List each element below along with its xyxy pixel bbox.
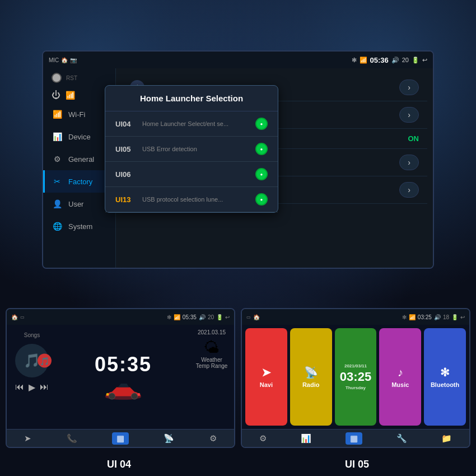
ui05-battery-num: 18 xyxy=(443,314,449,320)
clock-tile-day: Thursday xyxy=(346,385,366,390)
status-right: ✻ 📶 05:36 🔊 20 🔋 ↩ xyxy=(352,56,428,64)
ui05-bar-center: ✻ 📶 03:25 🔊 18 🔋 ↩ xyxy=(402,314,465,320)
ui04-battery-icon: 🔋 xyxy=(216,314,223,320)
clock-tile-date: 2021/03/11 xyxy=(344,363,367,368)
ui05-home-icon: 🏠 xyxy=(253,314,260,320)
ui04-center-section: 05:35 xyxy=(57,325,189,429)
bottom-panels: 🏠 ▭ ✻ 📶 05:35 🔊 20 🔋 ↩ Songs 🎵 🎵 xyxy=(0,308,476,448)
popup-row-ui13[interactable]: UI13 USB protocol selection lune... xyxy=(105,187,278,212)
bluetooth-tile[interactable]: ✻ Bluetooth xyxy=(424,328,466,426)
system-sidebar-icon: 🌐 xyxy=(52,222,63,231)
wifi-label: Wi-Fi xyxy=(68,110,85,119)
ui04-panel-label: UI 04 xyxy=(0,459,238,470)
ui04-weather-label: Weather xyxy=(201,357,222,363)
ui05-folder-icon[interactable]: 📁 xyxy=(441,433,452,444)
camera-icon: 📷 xyxy=(70,57,77,63)
play-icon[interactable]: ▶ xyxy=(29,382,35,393)
ui05-option-label: UI05 xyxy=(115,145,138,153)
popup-row-ui04[interactable]: UI04 Home Launcher Select/ent se... xyxy=(105,111,278,137)
panel-labels: UI 04 UI 05 xyxy=(0,459,476,470)
nav-apps-icon[interactable]: ▦ xyxy=(112,432,129,445)
ui04-home-icon: 🏠 xyxy=(11,314,18,320)
ui05-vol-icon: 🔊 xyxy=(434,314,441,320)
ui04-date: 2021.03.15 xyxy=(198,329,226,335)
status-left: MIC 🏠 📷 xyxy=(49,57,77,63)
svg-point-4 xyxy=(138,393,141,395)
device-label: Device xyxy=(68,133,91,141)
mic-label: MIC xyxy=(49,57,59,63)
ui04-bar-center: ✻ 📶 05:35 🔊 20 🔋 ↩ xyxy=(167,314,230,320)
nav-signal-icon[interactable]: 📡 xyxy=(164,433,174,444)
ui05-chart-icon[interactable]: 📊 xyxy=(301,433,311,444)
ui04-wifi-bar-icon: 📶 xyxy=(174,314,180,320)
ui04-body: Songs 🎵 🎵 ⏮ ▶ ⏭ 05:35 xyxy=(7,325,234,429)
power-icon: ⏻ xyxy=(52,90,60,100)
navi-tile-label: Navi xyxy=(260,381,273,388)
ui04-back-icon[interactable]: ↩ xyxy=(225,314,230,320)
launcher-arrow[interactable]: › xyxy=(399,107,419,123)
ui05-status-bar: ▭ 🏠 ✻ 📶 03:25 🔊 18 🔋 ↩ xyxy=(242,309,469,325)
ui06-toggle[interactable] xyxy=(255,168,268,180)
radio-tile-label: Radio xyxy=(302,381,320,388)
songs-label: Songs xyxy=(24,332,40,338)
navi-tile[interactable]: ➤ Navi xyxy=(245,328,287,426)
music-album-art: 🎵 🎵 xyxy=(15,344,49,377)
factory-label: Factory xyxy=(68,178,92,186)
radio-tile-icon: 📡 xyxy=(304,366,318,379)
user-label: User xyxy=(68,200,83,208)
usb-error-toggle[interactable]: ON xyxy=(408,134,419,143)
battery-icon: 🔋 xyxy=(412,57,419,64)
ui05-toggle[interactable] xyxy=(255,143,268,155)
ui05-settings2-icon[interactable]: ⚙ xyxy=(259,433,267,444)
ui04-panel: 🏠 ▭ ✻ 📶 05:35 🔊 20 🔋 ↩ Songs 🎵 🎵 xyxy=(6,308,235,448)
ui04-time: 05:35 xyxy=(183,314,197,320)
rst-area: RST xyxy=(43,68,115,87)
ui04-option-desc: Home Launcher Select/ent se... xyxy=(142,120,255,127)
navi-tile-icon: ➤ xyxy=(262,366,271,379)
ui04-music-section: Songs 🎵 🎵 ⏮ ▶ ⏭ xyxy=(7,325,57,429)
ui06-option-label: UI06 xyxy=(115,170,138,179)
nav-phone-icon[interactable]: 📞 xyxy=(67,433,77,444)
user-sidebar-icon: 👤 xyxy=(52,199,63,208)
ui13-toggle[interactable] xyxy=(255,193,268,206)
mcu-arrow[interactable]: › xyxy=(399,80,419,95)
ui05-panel: ▭ 🏠 ✻ 📶 03:25 🔊 18 🔋 ↩ ➤ Navi xyxy=(241,308,470,448)
car-silhouette xyxy=(101,379,146,402)
general-label: General xyxy=(68,155,94,164)
status-bar: MIC 🏠 📷 ✻ 📶 05:36 🔊 20 🔋 ↩ xyxy=(43,52,433,68)
nav-settings-icon[interactable]: ⚙ xyxy=(209,433,217,444)
prev-icon[interactable]: ⏮ xyxy=(15,382,24,393)
next-icon[interactable]: ⏭ xyxy=(40,382,49,393)
ui04-toggle[interactable] xyxy=(255,118,268,130)
music-tile[interactable]: ♪ Music xyxy=(379,328,421,426)
clock-tile[interactable]: 2021/03/11 03:25 Thursday xyxy=(335,328,377,426)
ui05-tiles-row: ➤ Navi 📡 Radio 2021/03/11 03:25 Thursday… xyxy=(242,325,469,429)
export-arrow[interactable]: › xyxy=(399,182,419,198)
battery-level: 20 xyxy=(402,57,409,63)
ui04-temp-label: Temp Range xyxy=(196,363,228,369)
popup-row-ui06[interactable]: UI06 xyxy=(105,162,278,187)
sidebar-item-system[interactable]: 🌐 System xyxy=(43,215,115,237)
ui04-nav-bar: ➤ 📞 ▦ 📡 ⚙ xyxy=(7,429,234,447)
ui04-screen-icon: ▭ xyxy=(20,315,25,320)
ui05-apps-icon[interactable]: ▦ xyxy=(346,432,362,445)
popup-row-ui05[interactable]: UI05 USB Error detection xyxy=(105,137,278,162)
ui05-screen-icon: ▭ xyxy=(246,315,251,320)
clock-tile-time: 03:25 xyxy=(340,371,371,383)
ui05-bar-left: ▭ 🏠 xyxy=(246,314,260,320)
radio-tile[interactable]: 📡 Radio xyxy=(290,328,332,426)
ui13-option-desc: USB protocol selection lune... xyxy=(142,196,255,203)
rst-label: RST xyxy=(66,75,77,81)
ui05-panel-label: UI 05 xyxy=(238,459,476,470)
bluetooth-tile-icon: ✻ xyxy=(440,366,450,379)
device-sidebar-icon: 📊 xyxy=(52,132,63,141)
music-controls: ⏮ ▶ ⏭ xyxy=(15,382,49,393)
ui04-weather-section: 2021.03.15 🌤 Weather Temp Range xyxy=(189,325,234,429)
popup-dialog: Home Launcher Selection UI04 Home Launch… xyxy=(105,85,278,213)
ui05-gear-icon[interactable]: 🔧 xyxy=(396,433,407,444)
usb-protocol-arrow[interactable]: › xyxy=(399,155,419,170)
nav-nav-icon[interactable]: ➤ xyxy=(24,433,31,444)
back-icon[interactable]: ↩ xyxy=(422,57,427,64)
ui05-body: ➤ Navi 📡 Radio 2021/03/11 03:25 Thursday… xyxy=(242,325,469,429)
ui05-back-icon[interactable]: ↩ xyxy=(460,314,465,320)
